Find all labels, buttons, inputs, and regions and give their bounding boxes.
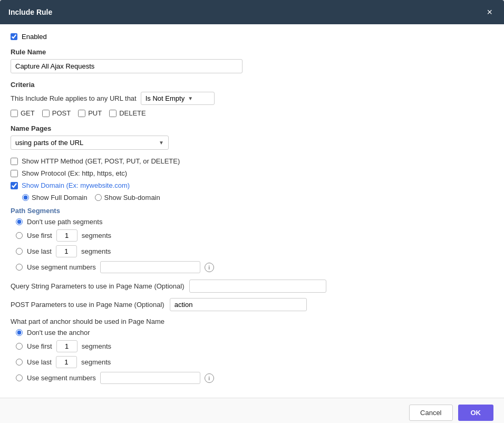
chevron-down-icon: ▼ <box>159 140 164 146</box>
query-param-label: Query String Parameters to use in Page N… <box>11 282 184 290</box>
use-first-anchor-row: Use first segments <box>16 340 493 352</box>
use-last-anchor-suffix: segments <box>81 358 111 366</box>
show-domain-label[interactable]: Show Domain (Ex: mywebsite.com) <box>22 181 130 189</box>
show-protocol-label[interactable]: Show Protocol (Ex: http, https, etc) <box>22 169 127 177</box>
use-last-path-radio[interactable] <box>16 248 23 255</box>
get-checkbox[interactable] <box>11 110 18 117</box>
use-first-path-suffix: segments <box>82 232 111 239</box>
anchor-segment-info-icon[interactable]: i <box>205 373 214 383</box>
show-domain-row: Show Domain (Ex: mywebsite.com) <box>11 181 493 189</box>
chevron-down-icon: ▼ <box>188 95 193 101</box>
put-checkbox[interactable] <box>78 110 85 117</box>
sub-domain-label[interactable]: Show Sub-domain <box>95 194 160 201</box>
use-last-anchor-text: Use last <box>27 358 52 366</box>
query-param-input[interactable] <box>189 280 326 293</box>
segment-numbers-anchor-input[interactable] <box>100 372 200 384</box>
dont-use-anchor-text: Don't use the anchor <box>27 329 90 337</box>
post-param-input[interactable] <box>170 298 307 311</box>
use-first-path-row: Use first segments <box>16 229 493 242</box>
use-last-path-row: Use last segments <box>16 245 493 257</box>
show-protocol-checkbox[interactable] <box>11 170 18 177</box>
full-domain-label[interactable]: Show Full Domain <box>22 194 88 201</box>
sub-domain-text: Show Sub-domain <box>104 194 160 201</box>
show-http-label[interactable]: Show HTTP Method (GET, POST, PUT, or DEL… <box>22 157 180 165</box>
dont-use-path-radio[interactable] <box>16 218 23 225</box>
use-first-path-radio[interactable] <box>16 232 23 239</box>
put-method-label[interactable]: PUT <box>78 109 102 117</box>
name-pages-section: Name Pages using parts of the URL ▼ <box>11 124 493 150</box>
use-first-path-input[interactable] <box>56 229 77 242</box>
use-first-anchor-input[interactable] <box>56 340 77 352</box>
domain-sub-options: Show Full Domain Show Sub-domain <box>22 194 493 201</box>
delete-method-label[interactable]: DELETE <box>109 109 146 117</box>
criteria-section: Criteria This Include Rule applies to an… <box>11 81 493 117</box>
cancel-button[interactable]: Cancel <box>409 405 452 421</box>
rule-name-input[interactable] <box>11 59 243 73</box>
path-segment-info-icon[interactable]: i <box>205 263 214 272</box>
post-param-label: POST Parameters to use in Page Name (Opt… <box>11 301 164 309</box>
name-pages-dropdown[interactable]: using parts of the URL ▼ <box>11 136 169 150</box>
full-domain-radio[interactable] <box>22 194 29 201</box>
delete-checkbox[interactable] <box>109 110 117 117</box>
anchor-label: What part of anchor should be used in Pa… <box>11 318 493 325</box>
path-segments-label: Path Segments <box>11 207 493 215</box>
get-label: GET <box>21 109 35 117</box>
use-last-path-text: Use last <box>27 247 52 255</box>
criteria-row: This Include Rule applies to any URL tha… <box>11 92 493 105</box>
post-param-section: POST Parameters to use in Page Name (Opt… <box>11 298 493 311</box>
ok-button[interactable]: OK <box>458 405 494 421</box>
dialog-footer: Cancel OK <box>0 398 504 423</box>
use-first-anchor-radio[interactable] <box>16 343 23 350</box>
post-label: POST <box>52 109 71 117</box>
rule-name-label: Rule Name <box>11 48 493 56</box>
use-last-anchor-row: Use last segments <box>16 356 493 368</box>
post-checkbox[interactable] <box>42 110 50 117</box>
use-first-path-text: Use first <box>27 232 52 239</box>
get-method-label[interactable]: GET <box>11 109 35 117</box>
show-options-section: Show HTTP Method (GET, POST, PUT, or DEL… <box>11 157 493 201</box>
show-domain-checkbox[interactable] <box>11 182 18 189</box>
segment-numbers-path-input[interactable] <box>100 261 200 273</box>
show-http-checkbox[interactable] <box>11 158 18 165</box>
use-first-anchor-text: Use first <box>27 342 52 350</box>
use-first-anchor-suffix: segments <box>82 342 111 350</box>
put-label: PUT <box>88 109 102 117</box>
criteria-dropdown[interactable]: Is Not Empty ▼ <box>141 92 215 105</box>
use-last-path-suffix: segments <box>81 247 111 255</box>
anchor-section: What part of anchor should be used in Pa… <box>11 318 493 384</box>
sub-domain-radio[interactable] <box>95 194 102 201</box>
dont-use-path-text: Don't use path segments <box>27 218 102 226</box>
use-seg-numbers-path-text: Use segment numbers <box>27 263 96 271</box>
dont-use-anchor-row: Don't use the anchor <box>16 329 493 337</box>
close-button[interactable]: × <box>483 6 496 18</box>
path-segments-section: Path Segments Don't use path segments Us… <box>11 207 493 273</box>
criteria-text: This Include Rule applies to any URL tha… <box>11 94 137 102</box>
query-param-section: Query String Parameters to use in Page N… <box>11 280 493 293</box>
show-protocol-row: Show Protocol (Ex: http, https, etc) <box>11 169 493 177</box>
use-seg-numbers-anchor-radio[interactable] <box>16 374 23 381</box>
name-pages-label: Name Pages <box>11 124 493 132</box>
use-seg-numbers-path-radio[interactable] <box>16 264 23 271</box>
include-rule-dialog: Include Rule × Enabled Rule Name Criteri… <box>0 0 504 423</box>
use-seg-numbers-anchor-text: Use segment numbers <box>27 374 96 382</box>
dialog-title: Include Rule <box>8 8 52 16</box>
enabled-row: Enabled <box>11 33 493 41</box>
criteria-label: Criteria <box>11 81 493 89</box>
dialog-body: Enabled Rule Name Criteria This Include … <box>0 24 504 398</box>
full-domain-text: Show Full Domain <box>32 194 88 201</box>
dont-use-anchor-radio[interactable] <box>16 329 23 336</box>
dont-use-path-row: Don't use path segments <box>16 218 493 226</box>
use-last-anchor-radio[interactable] <box>16 359 23 366</box>
delete-label: DELETE <box>119 109 146 117</box>
criteria-dropdown-value: Is Not Empty <box>146 94 185 102</box>
use-last-anchor-input[interactable] <box>56 356 77 368</box>
use-last-path-input[interactable] <box>56 245 77 257</box>
enabled-checkbox[interactable] <box>11 33 17 40</box>
post-method-label[interactable]: POST <box>42 109 71 117</box>
enabled-label[interactable]: Enabled <box>22 33 47 41</box>
http-methods-row: GET POST PUT DELETE <box>11 109 493 117</box>
use-segment-numbers-path-row: Use segment numbers i <box>16 261 493 273</box>
name-pages-value: using parts of the URL <box>15 139 83 147</box>
show-http-row: Show HTTP Method (GET, POST, PUT, or DEL… <box>11 157 493 165</box>
use-segment-numbers-anchor-row: Use segment numbers i <box>16 372 493 384</box>
